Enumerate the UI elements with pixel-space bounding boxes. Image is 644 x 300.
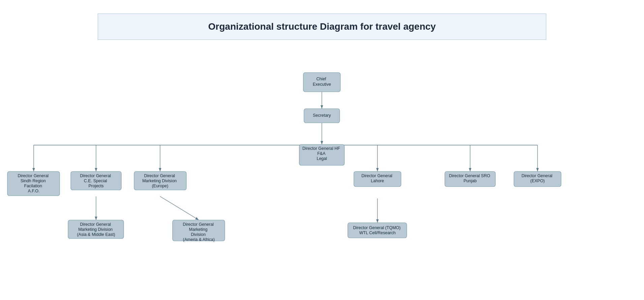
secretary-label: Secretary — [313, 113, 331, 118]
org-chart: Chief Executive Secretary Director Gener… — [0, 54, 644, 300]
dg-tqmo-label: Director General (TQMO) WTL Cell/Researc… — [353, 225, 402, 235]
page-title: Organizational structure Diagram for tra… — [208, 21, 436, 32]
svg-line-12 — [160, 196, 199, 220]
title-box: Organizational structure Diagram for tra… — [98, 13, 546, 40]
page-container: Organizational structure Diagram for tra… — [0, 0, 644, 300]
dg-marketing-asia-label: Director General Marketing Division (Asi… — [77, 222, 115, 237]
